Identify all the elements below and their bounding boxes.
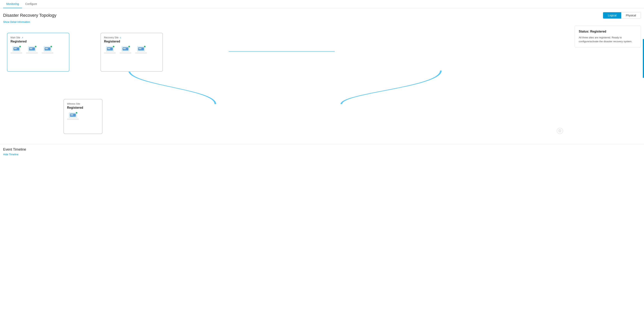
recovery-server-1-status-dot	[112, 46, 114, 48]
main-server-3-status-dot	[50, 46, 52, 48]
physical-toggle-btn[interactable]: Physical	[621, 12, 641, 18]
recovery-site-servers	[104, 46, 159, 54]
event-timeline-section: Event Timeline Hide Timeline	[0, 144, 644, 156]
recovery-server-1-icon-inner	[107, 47, 113, 50]
recovery-site-status: Registered	[104, 40, 159, 43]
hide-timeline-link[interactable]: Hide Timeline	[3, 153, 18, 156]
witness-site-box: Witness Site Registered	[64, 99, 102, 134]
witness-site-status: Registered	[67, 106, 99, 110]
page-title: Disaster Recovery Topology	[3, 13, 56, 18]
main-server-1-label	[10, 52, 22, 54]
recovery-server-2-status-dot	[128, 46, 130, 48]
main-server-3-icon-wrap	[44, 46, 52, 52]
recovery-server-3-icon-inner	[138, 47, 144, 50]
main-server-2-icon-inner	[29, 47, 35, 50]
witness-server-1	[67, 112, 79, 120]
recovery-site-box: Recovery Site ⎋ Registered	[100, 33, 163, 72]
logical-toggle-btn[interactable]: Logical	[603, 12, 621, 18]
main-server-2-icon-wrap	[28, 46, 36, 52]
recovery-server-2	[120, 46, 131, 54]
recovery-server-3	[135, 46, 147, 54]
event-timeline-title: Event Timeline	[3, 148, 641, 152]
recovery-server-3-label	[135, 52, 147, 54]
recovery-server-2-label	[120, 52, 131, 54]
witness-server-1-status-dot	[76, 112, 78, 114]
nav-tabs: Monitoring Configure	[0, 0, 644, 8]
recovery-server-2-icon-inner	[122, 47, 128, 50]
main-site-servers	[10, 46, 66, 54]
tab-configure[interactable]: Configure	[22, 0, 40, 8]
hide-timeline-section: Hide Timeline	[3, 153, 641, 156]
witness-server-1-icon-inner	[70, 114, 76, 117]
witness-site-label: Witness Site	[67, 102, 99, 105]
status-description: All three sites are registered. Ready to…	[579, 36, 637, 43]
recovery-server-3-icon-wrap	[137, 46, 145, 52]
main-server-1-status-dot	[19, 46, 21, 48]
page-header: Disaster Recovery Topology Logical Physi…	[0, 8, 644, 20]
main-server-1-icon-wrap	[12, 46, 20, 52]
main-site-status: Registered	[10, 40, 66, 43]
status-title: Status: Registered	[579, 30, 637, 33]
witness-site-servers	[67, 112, 99, 120]
main-site-ext-link-icon[interactable]: ↗	[22, 36, 23, 39]
recovery-server-1-label	[104, 52, 116, 54]
main-server-3-icon-inner	[44, 47, 50, 50]
status-panel: Status: Registered All three sites are r…	[575, 26, 641, 47]
witness-server-1-label	[67, 118, 79, 120]
info-button[interactable]: ⓘ	[557, 128, 563, 134]
tab-monitoring[interactable]: Monitoring	[3, 0, 22, 8]
recovery-site-label: Recovery Site ⎋	[104, 36, 159, 39]
main-server-2	[26, 46, 38, 54]
main-server-3	[42, 46, 53, 54]
recovery-server-1-icon-wrap	[106, 46, 114, 52]
main-server-2-label	[26, 52, 38, 54]
main-server-1	[10, 46, 22, 54]
right-scrollbar-accent	[643, 39, 644, 78]
view-toggle: Logical Physical	[603, 12, 641, 19]
main-site-box: Main Site ↗ Registered	[7, 33, 69, 72]
recovery-server-2-icon-wrap	[122, 46, 129, 52]
main-site-label: Main Site ↗	[10, 36, 66, 39]
recovery-site-ext-link-icon[interactable]: ⎋	[120, 36, 121, 39]
show-detail-link[interactable]: Show Detail Information	[3, 20, 30, 24]
show-detail-section: Show Detail Information	[0, 20, 644, 26]
topology-diagram: Main Site ↗ Registered	[3, 29, 567, 138]
witness-server-1-icon-wrap	[69, 112, 77, 118]
main-server-3-label	[42, 52, 53, 54]
recovery-server-1	[104, 46, 116, 54]
recovery-server-3-status-dot	[144, 46, 146, 48]
main-server-2-status-dot	[35, 46, 36, 48]
main-server-1-icon-inner	[14, 47, 19, 50]
topology-area: Status: Registered All three sites are r…	[0, 26, 644, 142]
